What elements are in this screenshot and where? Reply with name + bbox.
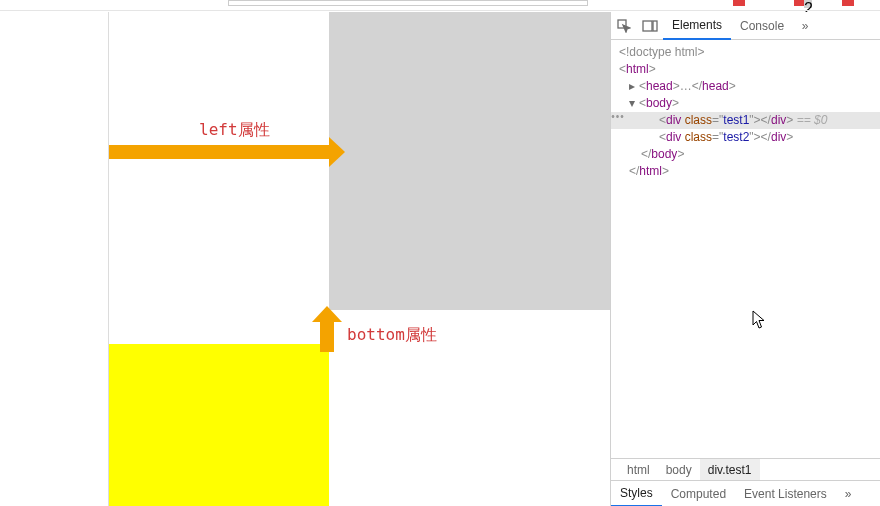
dom-node-selected[interactable]: <div class="test1"></div> == $0: [611, 112, 880, 129]
svg-rect-2: [653, 21, 657, 31]
tab-elements[interactable]: Elements: [663, 12, 731, 40]
dom-tree[interactable]: <!doctype html> <html> ▸<head>…</head> ▾…: [611, 40, 880, 446]
toolbar-icon: [842, 0, 854, 6]
browser-toolbar: 2: [0, 0, 880, 12]
toolbar-badge: 2: [804, 0, 812, 8]
tab-computed[interactable]: Computed: [662, 481, 735, 507]
breadcrumb-body[interactable]: body: [658, 459, 700, 481]
annotation-bottom-arrow: [320, 322, 334, 352]
annotation-left-arrow: [109, 145, 329, 159]
tab-styles[interactable]: Styles: [611, 481, 662, 507]
tab-console[interactable]: Console: [731, 12, 793, 40]
dom-node[interactable]: <div class="test2"></div>: [619, 129, 880, 146]
tab-event-listeners[interactable]: Event Listeners: [735, 481, 836, 507]
annotation-bottom-label: bottom属性: [347, 325, 437, 346]
devtools-tabbar: Elements Console »: [611, 12, 880, 40]
breadcrumb-selected[interactable]: div.test1: [700, 459, 760, 481]
page-viewport: left属性 bottom属性: [108, 12, 610, 506]
device-toolbar-icon[interactable]: [637, 12, 663, 40]
root: 2 left属性 bottom属性 Ele: [0, 0, 880, 506]
more-tabs-icon[interactable]: »: [793, 19, 817, 33]
annotation-left-label: left属性: [199, 120, 270, 141]
dom-doctype: <!doctype html>: [619, 45, 704, 59]
url-field[interactable]: [228, 0, 588, 6]
rendered-test2-box[interactable]: [109, 344, 329, 506]
more-styles-tabs-icon[interactable]: »: [836, 481, 861, 507]
devtools-panel: Elements Console » <!doctype html> <html…: [610, 12, 880, 506]
styles-tabbar: Styles Computed Event Listeners »: [611, 480, 880, 506]
svg-rect-1: [643, 21, 652, 31]
ellipsis-icon[interactable]: •••: [611, 108, 625, 125]
dom-breadcrumb: html body div.test1: [611, 458, 880, 480]
toolbar-icon: [733, 0, 745, 6]
rendered-test1-box[interactable]: [329, 12, 611, 310]
breadcrumb-html[interactable]: html: [619, 459, 658, 481]
inspect-element-icon[interactable]: [611, 12, 637, 40]
